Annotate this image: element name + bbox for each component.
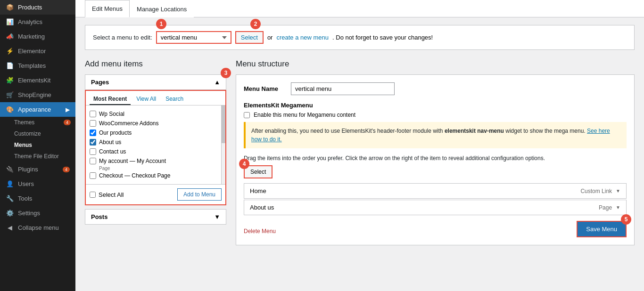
page-checkbox-checkout[interactable]: [90, 172, 96, 179]
megamenu-check-row: Enable this menu for Megamenu content: [244, 112, 627, 118]
page-label-myaccount: My account — My Account: [99, 158, 166, 164]
select-row: 4 Select: [244, 165, 627, 178]
menu-item-aboutus-label: About us: [250, 204, 274, 211]
products-icon: 📦: [6, 4, 14, 11]
page-checkbox-woocommerce[interactable]: [90, 120, 96, 127]
sidebar-item-theme-file-editor[interactable]: Theme File Editor: [14, 151, 75, 162]
add-to-menu-button[interactable]: Add to Menu: [177, 188, 222, 201]
menu-name-input[interactable]: [291, 82, 395, 95]
menu-select-dropdown[interactable]: vertical menu horizontal menu footer men…: [156, 31, 231, 44]
sidebar-item-customize[interactable]: Customize: [14, 128, 75, 139]
sidebar-item-products[interactable]: 📦 Products: [0, 0, 75, 15]
two-col-layout: Add menu items 3 Pages ▲ Most Recent Vie…: [85, 59, 635, 245]
tab-edit-menus[interactable]: Edit Menus: [85, 0, 130, 17]
tabs-bar: Edit Menus Manage Locations: [75, 0, 644, 17]
page-checkbox-wpsocial[interactable]: [90, 111, 96, 117]
sidebar-item-elementskit[interactable]: 🧩 ElementsKit: [0, 73, 75, 88]
bottom-row: Delete Menu 5 Save Menu: [244, 221, 627, 237]
tab-manage-locations[interactable]: Manage Locations: [130, 0, 194, 17]
menu-item-aboutus-chevron[interactable]: ▼: [616, 205, 620, 210]
sidebar-item-menus[interactable]: Menus: [14, 139, 75, 151]
menu-item-home-label: Home: [250, 187, 266, 194]
list-item: About us: [90, 137, 217, 147]
elementor-icon: ⚡: [6, 48, 14, 55]
mini-tab-view-all[interactable]: View All: [132, 94, 160, 105]
templates-icon: 📄: [6, 62, 14, 69]
menu-select-button[interactable]: Select: [235, 31, 264, 44]
annotation-1: 1: [156, 19, 166, 29]
megamenu-check-label: Enable this menu for Megamenu content: [254, 112, 355, 118]
sidebar-item-collapse[interactable]: ◀ Collapse menu: [0, 220, 75, 235]
megamenu-label: ElementsKit Megamenu: [244, 102, 627, 109]
drag-note: Drag the items into the order you prefer…: [244, 155, 627, 162]
sidebar-item-shopengine[interactable]: 🛒 ShopEngine: [0, 88, 75, 102]
appearance-icon: 🎨: [6, 106, 14, 113]
sidebar-item-elementor[interactable]: ⚡ Elementor: [0, 44, 75, 58]
page-label-checkout: Checkout — Checkout Page: [99, 172, 170, 179]
menu-item-home-chevron[interactable]: ▼: [616, 188, 620, 194]
annotation-2: 2: [250, 19, 261, 29]
save-menu-button[interactable]: Save Menu: [577, 221, 627, 237]
menu-structure-box: Menu Name ElementsKit Megamenu Enable th…: [236, 74, 635, 245]
create-new-menu-link[interactable]: create a new menu: [276, 34, 329, 41]
select-all-checkbox[interactable]: [90, 192, 96, 198]
page-checkbox-ourproducts[interactable]: [90, 129, 96, 136]
menu-item-aboutus-type: Page: [599, 204, 612, 211]
scrollbar-thumb[interactable]: [222, 105, 225, 143]
sidebar-item-themes[interactable]: Themes 4: [14, 117, 75, 128]
page-checkbox-contactus[interactable]: [90, 148, 96, 155]
collapse-icon: ◀: [6, 224, 14, 231]
plugins-icon: 🔌: [6, 166, 14, 173]
sidebar-item-settings[interactable]: ⚙️ Settings: [0, 206, 75, 220]
list-item: WooCommerce Addons: [90, 119, 217, 128]
sidebar-item-tools[interactable]: 🔧 Tools: [0, 191, 75, 206]
list-item: Contact us: [90, 147, 217, 156]
megamenu-note: After enabling this, you need to use Ele…: [244, 122, 627, 148]
menu-structure-title: Menu structure: [236, 59, 635, 69]
page-label-contactus: Contact us: [99, 148, 126, 155]
pages-list: Wp Social WooCommerce Addons Our product…: [86, 105, 222, 184]
mini-tab-search[interactable]: Search: [162, 94, 187, 105]
mini-tab-most-recent[interactable]: Most Recent: [90, 94, 131, 105]
posts-panel-header[interactable]: Posts ▼: [85, 209, 226, 225]
pages-panel-header[interactable]: Pages ▲: [85, 74, 226, 90]
sidebar-item-templates[interactable]: 📄 Templates: [0, 58, 75, 73]
annotation-4: 4: [239, 159, 249, 169]
menu-item-home-right: Custom Link ▼: [580, 188, 620, 194]
megamenu-note-bold: elementskit nav-menu: [445, 128, 504, 134]
menu-name-row: Menu Name: [244, 82, 627, 95]
sidebar-item-users[interactable]: 👤 Users: [0, 177, 75, 191]
pages-list-container: Wp Social WooCommerce Addons Our product…: [86, 105, 225, 184]
posts-chevron: ▼: [214, 213, 220, 220]
list-item: Checkout — Checkout Page: [90, 171, 217, 180]
sidebar-item-plugins[interactable]: 🔌 Plugins 4: [0, 162, 75, 177]
page-label-wpsocial: Wp Social: [99, 111, 124, 117]
elementskit-icon: 🧩: [6, 77, 14, 84]
page-label-ourproducts: Our products: [99, 129, 132, 136]
annotation-3: 3: [221, 68, 231, 78]
settings-icon: ⚙️: [6, 210, 14, 217]
appearance-submenu: Themes 4 Customize Menus Theme File Edit…: [0, 117, 75, 162]
sidebar-item-analytics[interactable]: 📊 Analytics: [0, 15, 75, 29]
analytics-icon: 📊: [6, 18, 14, 25]
sidebar-item-marketing[interactable]: 📣 Marketing: [0, 29, 75, 44]
delete-menu-link[interactable]: Delete Menu: [244, 228, 276, 234]
page-content: 1 2 Select a menu to edit: vertical menu…: [75, 17, 644, 291]
page-label-aboutus: About us: [99, 139, 121, 146]
menu-items-list: Home Custom Link ▼ About us Page ▼: [244, 183, 627, 216]
menu-item-aboutus-right: Page ▼: [599, 204, 620, 211]
menu-item-home: Home Custom Link ▼: [244, 183, 627, 199]
page-checkbox-myaccount[interactable]: [90, 158, 96, 164]
megamenu-row: ElementsKit Megamenu Enable this menu fo…: [244, 102, 627, 148]
left-panel: Add menu items 3 Pages ▲ Most Recent Vie…: [85, 59, 226, 225]
add-menu-items-title: Add menu items: [85, 59, 226, 69]
posts-label: Posts: [91, 213, 107, 220]
select-menu-row: 1 2 Select a menu to edit: vertical menu…: [85, 25, 635, 50]
sidebar-item-appearance[interactable]: 🎨 Appearance ▶: [0, 102, 75, 117]
mini-tabs: Most Recent View All Search: [86, 91, 225, 105]
pages-label: Pages: [91, 79, 109, 86]
scrollbar-track: [222, 105, 225, 184]
pages-panel-body: Most Recent View All Search Wp Social: [85, 90, 226, 205]
page-checkbox-aboutus[interactable]: [90, 139, 96, 146]
megamenu-checkbox[interactable]: [244, 112, 250, 118]
